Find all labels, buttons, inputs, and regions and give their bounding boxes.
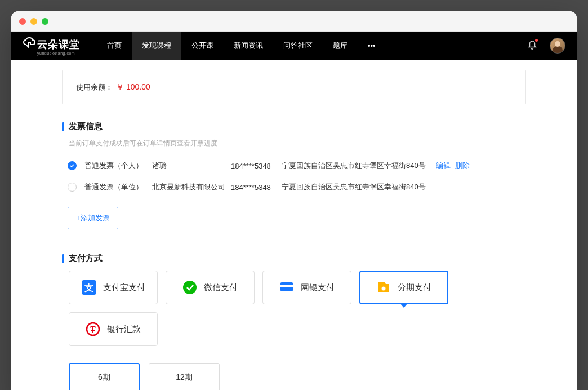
invoice-name: 诸璐: [152, 161, 231, 171]
nav-item-3[interactable]: 新闻资讯: [224, 32, 273, 60]
window-titlebar: [11, 11, 577, 32]
balance-box: 使用余额：￥ 100.00: [62, 70, 526, 104]
user-avatar[interactable]: [550, 38, 565, 54]
payment-method-installment[interactable]: 分期支付: [359, 271, 448, 304]
payment-method-label: 微信支付: [204, 282, 238, 293]
close-window-icon[interactable]: [19, 18, 26, 25]
installment-term[interactable]: 6期: [69, 363, 140, 390]
top-navbar: 云朵课堂 yunduoketang.com 首页发现课程公开课新闻资讯问答社区题…: [11, 32, 577, 60]
section-accent-bar: [62, 122, 64, 131]
add-invoice-button[interactable]: +添加发票: [68, 207, 118, 229]
main-nav: 首页发现课程公开课新闻资讯问答社区题库: [97, 32, 358, 60]
svg-text:支: 支: [84, 283, 93, 292]
invoice-address: 宁夏回族自治区吴忠市红寺堡区幸福街840号: [282, 182, 426, 192]
nav-item-0[interactable]: 首页: [97, 32, 132, 60]
invoice-row: 普通发票（单位）北京昱新科技有限公司184****5348宁夏回族自治区吴忠市红…: [62, 182, 526, 192]
invoice-address: 宁夏回族自治区吴忠市红寺堡区幸福街840号: [282, 161, 426, 171]
payment-method-netbank[interactable]: 网银支付: [262, 271, 351, 304]
installment-icon: [376, 280, 391, 295]
svg-point-5: [382, 287, 386, 291]
invoice-radio[interactable]: [68, 161, 77, 170]
balance-label: 使用余额：: [76, 83, 113, 91]
nav-item-5[interactable]: 题库: [323, 32, 358, 60]
nav-item-4[interactable]: 问答社区: [273, 32, 323, 60]
cloud-logo-icon: [23, 37, 36, 48]
wechat-icon: [182, 280, 197, 295]
payment-section: 支付方式 支支付宝支付微信支付网银支付分期支付银行汇款 6期12期 支付宝个人转…: [62, 253, 526, 390]
balance-amount: ￥ 100.00: [116, 82, 150, 91]
payment-method-alipay[interactable]: 支支付宝支付: [69, 271, 158, 304]
logo-text: 云朵课堂: [37, 38, 80, 51]
notification-bell-icon[interactable]: [527, 39, 537, 52]
payment-methods-row: 支支付宝支付微信支付网银支付分期支付银行汇款: [69, 271, 526, 346]
invoice-name: 北京昱新科技有限公司: [152, 182, 231, 192]
nav-item-1[interactable]: 发现课程: [132, 32, 181, 60]
invoice-phone: 184****5348: [231, 183, 282, 192]
page-content: 使用余额：￥ 100.00 发票信息 当前订单支付成功后可在订单详情页查看开票进…: [11, 60, 577, 390]
svg-point-2: [183, 281, 197, 294]
nav-item-2[interactable]: 公开课: [181, 32, 224, 60]
alipay-icon: 支: [82, 280, 96, 295]
delete-link[interactable]: 删除: [455, 161, 470, 171]
logo[interactable]: 云朵课堂 yunduoketang.com: [23, 37, 80, 55]
banktransfer-icon: [86, 322, 100, 336]
installment-term[interactable]: 12期: [149, 363, 220, 390]
payment-method-label: 网银支付: [301, 282, 335, 293]
logo-subtitle: yunduoketang.com: [37, 51, 80, 55]
invoice-row: 普通发票（个人）诸璐184****5348宁夏回族自治区吴忠市红寺堡区幸福街84…: [62, 161, 526, 171]
installment-terms-row: 6期12期: [69, 363, 526, 390]
invoice-phone: 184****5348: [231, 162, 282, 170]
payment-method-banktransfer[interactable]: 银行汇款: [69, 312, 158, 346]
edit-link[interactable]: 编辑: [436, 161, 451, 171]
invoice-subtitle: 当前订单支付成功后可在订单详情页查看开票进度: [69, 139, 526, 148]
payment-method-wechat[interactable]: 微信支付: [166, 271, 255, 304]
maximize-window-icon[interactable]: [42, 18, 48, 25]
payment-method-label: 支付宝支付: [103, 282, 145, 293]
section-accent-bar: [62, 254, 64, 263]
payment-method-label: 分期支付: [398, 282, 431, 293]
invoice-type: 普通发票（个人）: [84, 161, 152, 171]
invoice-title: 发票信息: [69, 121, 103, 132]
invoice-section: 发票信息 当前订单支付成功后可在订单详情页查看开票进度 普通发票（个人）诸璐18…: [62, 121, 526, 229]
notification-dot-icon: [535, 39, 538, 42]
invoice-radio[interactable]: [68, 183, 77, 192]
nav-more-icon[interactable]: •••: [358, 42, 386, 50]
payment-title: 支付方式: [69, 253, 103, 264]
minimize-window-icon[interactable]: [30, 18, 37, 25]
app-window: 云朵课堂 yunduoketang.com 首页发现课程公开课新闻资讯问答社区题…: [11, 11, 577, 390]
svg-rect-4: [280, 285, 293, 287]
netbank-icon: [279, 280, 294, 295]
payment-method-label: 银行汇款: [107, 324, 141, 335]
invoice-type: 普通发票（单位）: [84, 182, 152, 192]
